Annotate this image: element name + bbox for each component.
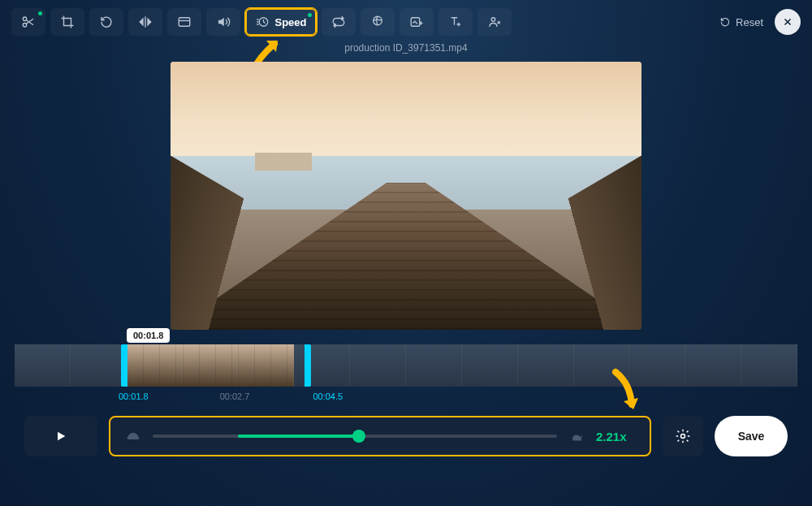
selection-handle-left[interactable] <box>121 344 127 387</box>
svg-point-5 <box>491 18 495 22</box>
add-media-button[interactable] <box>400 8 434 36</box>
reset-button[interactable]: Reset <box>719 16 763 28</box>
settings-button[interactable] <box>663 416 703 456</box>
preview-area <box>0 62 812 330</box>
timeline-section: 00:01.8 00:01.8 00:02.7 00:04.5 <box>0 344 812 401</box>
selection-handle-right[interactable] <box>304 344 311 387</box>
remove-bg-button[interactable] <box>477 8 512 36</box>
save-label: Save <box>738 430 765 443</box>
svg-rect-2 <box>179 18 190 27</box>
timestamp-end: 00:04.5 <box>298 391 343 401</box>
timestamp-mid: 00:02.7 <box>197 391 250 401</box>
loop-button[interactable] <box>322 8 356 36</box>
filename-label: production ID_3971351.mp4 <box>0 42 812 54</box>
reset-label: Reset <box>736 16 763 28</box>
speed-value: 2.21x <box>596 430 635 443</box>
save-button[interactable]: Save <box>715 416 788 456</box>
toolbar-right: Reset <box>719 9 801 35</box>
speed-slider[interactable] <box>153 435 557 438</box>
highlight-arrow-icon <box>607 367 641 416</box>
toolbar: Speed Reset <box>0 0 812 44</box>
speed-button[interactable]: Speed <box>245 8 317 36</box>
svg-point-6 <box>681 435 685 439</box>
volume-button[interactable] <box>206 8 240 36</box>
add-text-button[interactable] <box>438 8 473 36</box>
svg-point-0 <box>23 17 27 21</box>
flip-button[interactable] <box>128 8 162 36</box>
svg-point-1 <box>23 24 27 28</box>
speed-button-label: Speed <box>274 16 306 28</box>
filters-button[interactable] <box>361 8 395 36</box>
play-button[interactable] <box>24 416 97 456</box>
video-preview[interactable] <box>171 62 641 330</box>
time-tooltip: 00:01.8 <box>127 328 170 343</box>
controls-bar: 2.21x Save <box>0 401 812 456</box>
crop-button[interactable] <box>50 8 84 36</box>
turtle-icon <box>125 430 141 443</box>
slider-thumb[interactable] <box>352 430 365 443</box>
timestamp-start: 00:01.8 <box>119 391 149 401</box>
timeline[interactable]: 00:01.8 <box>15 344 797 387</box>
cut-button[interactable] <box>11 8 45 36</box>
undo-button[interactable] <box>89 8 123 36</box>
indicator-dot-icon <box>308 13 312 17</box>
indicator-dot-icon <box>38 11 42 15</box>
speed-panel: 2.21x <box>109 416 651 456</box>
aspect-button[interactable] <box>167 8 201 36</box>
close-button[interactable] <box>775 9 801 35</box>
timestamps: 00:01.8 00:02.7 00:04.5 <box>15 391 797 401</box>
rabbit-icon <box>568 430 585 443</box>
